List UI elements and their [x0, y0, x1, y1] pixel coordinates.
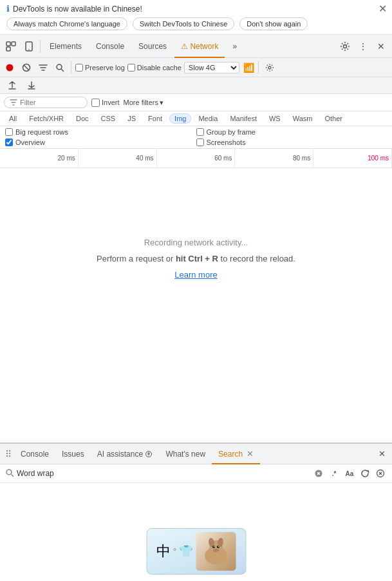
search-content: 中 ° 👕 [0, 483, 392, 581]
tab-more[interactable]: » [226, 35, 243, 58]
search-results-area: 中 ° 👕 [0, 483, 392, 581]
pill-css[interactable]: CSS [96, 113, 121, 124]
bottom-tab-whatsnew[interactable]: What's new [159, 444, 212, 464]
filter-icon-button[interactable] [36, 61, 50, 75]
cancel-search-button[interactable] [374, 467, 387, 480]
bottom-tab-search[interactable]: Search ✕ [212, 444, 260, 464]
bottom-tab-console[interactable]: Console [14, 444, 55, 464]
bottom-tabs: ⠿ Console Issues AI assistance What's ne… [0, 444, 392, 464]
dont-show-again-button[interactable]: Don't show again [239, 17, 308, 30]
svg-point-11 [268, 66, 271, 69]
svg-point-29 [215, 549, 217, 551]
regex-button[interactable]: .* [328, 467, 341, 480]
svg-point-13 [149, 457, 150, 458]
network-settings-button[interactable] [263, 61, 277, 75]
dog-svg [199, 535, 232, 568]
wifi-icon: 📶 [243, 62, 254, 73]
svg-rect-1 [12, 42, 15, 46]
inspector-icon-button[interactable] [3, 38, 19, 55]
svg-point-31 [218, 546, 219, 547]
bottom-panel: ⠿ Console Issues AI assistance What's ne… [0, 443, 392, 581]
pill-media[interactable]: Media [193, 113, 223, 124]
download-button[interactable] [24, 79, 39, 93]
tick-20ms: 20 ms [0, 149, 79, 167]
match-language-button[interactable]: Always match Chrome's language [6, 17, 127, 30]
disable-cache-checkbox[interactable] [127, 64, 135, 71]
bottom-tab-ai[interactable]: AI assistance [91, 444, 160, 464]
screenshots-label[interactable]: Screenshots [196, 138, 387, 146]
pill-ws[interactable]: WS [264, 113, 286, 124]
refresh-search-button[interactable] [359, 467, 371, 480]
timeline-header: 20 ms 40 ms 60 ms 80 ms 100 ms [0, 149, 392, 168]
pill-font[interactable]: Font [143, 113, 167, 124]
options-col-left: Big request rows Overview [5, 128, 196, 146]
banner-text: DevTools is now available in Chinese! [13, 5, 142, 14]
disable-cache-label[interactable]: Disable cache [127, 64, 182, 71]
record-button[interactable] [3, 61, 17, 75]
settings-button[interactable] [337, 38, 353, 55]
more-filters-button[interactable]: More filters ▾ [124, 99, 163, 107]
overview-checkbox[interactable] [5, 138, 13, 146]
pill-wasm[interactable]: Wasm [288, 113, 318, 124]
search-input[interactable] [17, 469, 310, 478]
shirt-char: 👕 [179, 544, 193, 558]
group-by-frame-checkbox[interactable] [196, 128, 204, 136]
pill-js[interactable]: JS [122, 113, 141, 124]
search-bar: .* Aa [0, 464, 392, 483]
clear-search-button[interactable] [312, 467, 325, 480]
pill-manifest[interactable]: Manifest [225, 113, 262, 124]
filter-input-wrap [4, 97, 88, 108]
svg-point-4 [28, 49, 30, 50]
pill-other[interactable]: Other [319, 113, 348, 124]
info-icon: ℹ [6, 4, 10, 14]
tick-80ms: 80 ms [235, 149, 313, 167]
more-options-button[interactable]: ⋮ [355, 38, 371, 55]
network-toolbar: Preserve log Disable cache No throttling… [0, 58, 392, 77]
bottom-tab-issues[interactable]: Issues [55, 444, 91, 464]
pill-fetch[interactable]: Fetch/XHR [24, 113, 69, 124]
invert-label[interactable]: Invert [91, 99, 120, 107]
close-banner-button[interactable]: ✕ [378, 4, 387, 14]
tick-100ms: 100 ms [313, 149, 392, 167]
filter-input[interactable] [20, 99, 78, 106]
pill-img[interactable]: Img [169, 113, 191, 124]
tab-console[interactable]: Console [89, 35, 131, 58]
image-preview-card: 中 ° 👕 [146, 528, 246, 575]
chinese-char: 中 [156, 542, 171, 561]
preserve-log-checkbox[interactable] [75, 64, 83, 71]
search-icon-button[interactable] [53, 61, 67, 75]
invert-checkbox[interactable] [91, 99, 100, 107]
search-tab-close[interactable]: ✕ [247, 449, 254, 459]
tab-elements[interactable]: Elements [43, 35, 88, 58]
banner-buttons: Always match Chrome's language Switch De… [6, 17, 386, 30]
throttle-select[interactable]: No throttling Slow 4G Fast 4G 3G [184, 62, 239, 73]
overview-label[interactable]: Overview [5, 138, 196, 146]
group-by-frame-label[interactable]: Group by frame [196, 128, 387, 136]
big-request-rows-label[interactable]: Big request rows [5, 128, 196, 136]
clear-button[interactable] [19, 61, 33, 75]
pill-all[interactable]: All [4, 113, 22, 124]
case-sensitive-button[interactable]: Aa [343, 467, 356, 480]
svg-point-5 [344, 44, 347, 48]
perform-request-text: Perform a request or hit Ctrl + R to rec… [97, 254, 295, 263]
svg-point-6 [6, 64, 14, 71]
svg-point-30 [214, 546, 214, 547]
tab-network[interactable]: ⚠ Network [174, 35, 225, 58]
info-banner: ℹ DevTools is now available in Chinese! … [0, 0, 392, 35]
tab-sources[interactable]: Sources [132, 35, 173, 58]
upload-button[interactable] [5, 79, 19, 93]
recording-text: Recording network activity... [144, 238, 248, 247]
svg-point-14 [6, 470, 12, 475]
svg-line-15 [12, 474, 14, 477]
svg-rect-2 [6, 47, 10, 51]
close-devtools-button[interactable]: ✕ [373, 38, 389, 55]
dropdown-icon: ▾ [160, 99, 163, 107]
learn-more-link[interactable]: Learn more [174, 270, 217, 280]
pill-doc[interactable]: Doc [71, 113, 94, 124]
device-icon-button[interactable] [21, 38, 37, 55]
screenshots-checkbox[interactable] [196, 138, 204, 146]
big-request-rows-checkbox[interactable] [5, 128, 13, 136]
switch-language-button[interactable]: Switch DevTools to Chinese [133, 17, 234, 30]
close-bottom-panel-button[interactable]: ✕ [374, 446, 389, 462]
preserve-log-label[interactable]: Preserve log [75, 64, 125, 71]
